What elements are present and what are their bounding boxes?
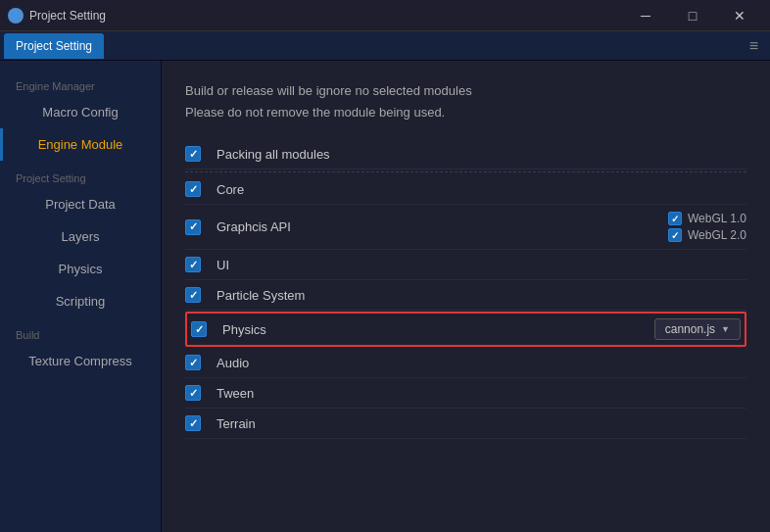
module-row-packing: Packing all modules [185,139,746,169]
main-container: Engine Manager Macro Config Engine Modul… [0,61,770,532]
module-label-packing: Packing all modules [217,147,746,162]
module-row-audio: Audio [185,348,746,378]
module-row-physics: Physics cannon.js [185,312,746,347]
checkbox-terrain[interactable] [185,415,201,431]
checkbox-audio[interactable] [185,355,201,370]
title-bar-text: Project Setting [29,9,623,23]
content-area: Build or release will be ignore no selec… [162,61,770,532]
module-label-audio: Audio [217,356,746,370]
sub-row-webgl2: WebGL 2.0 [668,228,746,242]
module-row-graphics-api: Graphcis API WebGL 1.0 WebGL 2.0 [185,205,746,250]
sidebar-item-project-data[interactable]: Project Data [0,188,161,220]
minimize-button[interactable]: ─ [623,0,668,31]
title-bar-controls: ─ □ ✕ [623,0,762,31]
project-setting-label: Project Setting [0,161,161,188]
notice-line1: Build or release will be ignore no selec… [185,80,746,102]
module-label-particle-system: Particle System [217,288,746,303]
tab-menu-icon[interactable]: ≡ [742,37,766,55]
notice-line2: Please do not remove the module being us… [185,102,746,123]
module-list: Packing all modules Core Graphcis API We… [185,139,746,439]
webgl2-label: WebGL 2.0 [688,228,746,242]
checkbox-ui[interactable] [185,257,201,272]
checkbox-physics[interactable] [191,321,207,337]
title-bar: Project Setting ─ □ ✕ [0,0,770,31]
notice-section: Build or release will be ignore no selec… [185,80,746,123]
close-button[interactable]: ✕ [717,0,762,31]
module-row-tween: Tween [185,378,746,409]
sidebar: Engine Manager Macro Config Engine Modul… [0,61,162,532]
module-row-terrain: Terrain [185,409,746,439]
sidebar-item-texture-compress[interactable]: Texture Compress [0,345,161,377]
engine-manager-label: Engine Manager [0,69,161,96]
module-row-core: Core [185,174,746,205]
sidebar-item-engine-module[interactable]: Engine Module [0,128,161,161]
tab-project-setting[interactable]: Project Setting [4,33,104,59]
app-icon [8,8,24,24]
physics-engine-value: cannon.js [665,322,715,336]
module-label-core: Core [217,182,746,197]
module-label-physics: Physics [222,322,654,337]
graphics-api-extras: WebGL 1.0 WebGL 2.0 [668,212,746,242]
tab-bar: Project Setting ≡ [0,31,770,61]
checkbox-webgl2[interactable] [668,228,682,242]
physics-engine-dropdown[interactable]: cannon.js [654,318,741,340]
checkbox-tween[interactable] [185,385,201,401]
module-row-ui: UI [185,250,746,280]
sidebar-item-physics[interactable]: Physics [0,253,161,285]
checkbox-particle-system[interactable] [185,287,201,303]
packing-divider [185,171,746,172]
build-label: Build [0,317,161,345]
checkbox-core[interactable] [185,181,201,197]
module-row-particle-system: Particle System [185,280,746,311]
webgl1-label: WebGL 1.0 [688,212,746,225]
module-label-tween: Tween [217,386,746,401]
module-label-graphics-api: Graphcis API [217,219,668,234]
maximize-button[interactable]: □ [670,0,715,31]
checkbox-packing[interactable] [185,146,201,162]
sidebar-item-scripting[interactable]: Scripting [0,285,161,317]
sub-row-webgl1: WebGL 1.0 [668,212,746,225]
checkbox-webgl1[interactable] [668,212,682,225]
module-label-terrain: Terrain [217,416,746,431]
module-label-ui: UI [217,258,746,272]
tab-label: Project Setting [16,39,92,53]
sidebar-item-macro-config[interactable]: Macro Config [0,96,161,128]
checkbox-graphics-api[interactable] [185,219,201,235]
sidebar-item-layers[interactable]: Layers [0,220,161,253]
